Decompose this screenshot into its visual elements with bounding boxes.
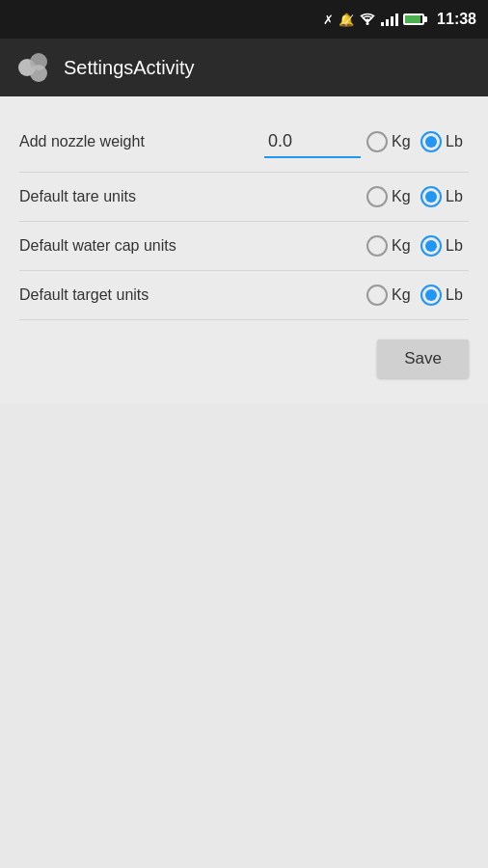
target-unit-group: Kg Lb bbox=[366, 285, 469, 306]
water-cap-kg-wrapper[interactable]: Kg bbox=[366, 235, 415, 257]
nozzle-weight-label: Add nozzle weight bbox=[19, 133, 264, 150]
tare-lb-radio[interactable] bbox=[420, 186, 442, 207]
nozzle-lb-radio[interactable] bbox=[420, 131, 442, 152]
water-cap-lb-label: Lb bbox=[446, 237, 469, 255]
wifi-icon bbox=[359, 12, 376, 28]
bluetooth-icon: ✗ bbox=[323, 13, 334, 27]
tare-kg-wrapper[interactable]: Kg bbox=[366, 186, 415, 207]
water-cap-controls: Kg Lb bbox=[366, 235, 469, 257]
svg-point-3 bbox=[30, 65, 47, 82]
target-kg-radio[interactable] bbox=[366, 285, 388, 306]
mute-icon: 🔔̸ bbox=[339, 13, 354, 27]
water-cap-unit-group: Kg Lb bbox=[366, 235, 469, 257]
app-logo bbox=[15, 50, 50, 85]
nozzle-lb-label: Lb bbox=[446, 133, 469, 150]
water-cap-kg-label: Kg bbox=[392, 237, 415, 255]
tare-lb-label: Lb bbox=[446, 188, 469, 205]
nozzle-kg-label: Kg bbox=[392, 133, 415, 150]
nozzle-weight-row: Add nozzle weight Kg Lb bbox=[19, 112, 469, 173]
nozzle-lb-wrapper[interactable]: Lb bbox=[420, 131, 469, 152]
target-lb-radio[interactable] bbox=[420, 285, 442, 306]
status-bar: ✗ 🔔̸ 11:38 bbox=[0, 0, 488, 39]
water-cap-lb-wrapper[interactable]: Lb bbox=[420, 235, 469, 257]
nozzle-weight-controls: Kg Lb bbox=[264, 125, 469, 158]
settings-content: Add nozzle weight Kg Lb Default tare uni… bbox=[0, 96, 488, 403]
target-lb-wrapper[interactable]: Lb bbox=[420, 285, 469, 306]
target-units-label: Default target units bbox=[19, 286, 366, 304]
svg-point-0 bbox=[366, 22, 369, 25]
nozzle-unit-group: Kg Lb bbox=[366, 131, 469, 152]
nozzle-kg-wrapper[interactable]: Kg bbox=[366, 131, 415, 152]
status-time: 11:38 bbox=[437, 11, 476, 28]
tare-kg-label: Kg bbox=[392, 188, 415, 205]
water-cap-lb-radio[interactable] bbox=[420, 235, 442, 257]
water-cap-kg-radio[interactable] bbox=[366, 235, 388, 257]
target-lb-label: Lb bbox=[446, 286, 469, 304]
water-cap-units-label: Default water cap units bbox=[19, 237, 366, 255]
app-bar: SettingsActivity bbox=[0, 39, 488, 96]
tare-unit-group: Kg Lb bbox=[366, 186, 469, 207]
save-row: Save bbox=[19, 320, 469, 388]
tare-kg-radio[interactable] bbox=[366, 186, 388, 207]
nozzle-weight-input[interactable] bbox=[264, 125, 361, 158]
save-button[interactable]: Save bbox=[377, 339, 469, 378]
tare-units-controls: Kg Lb bbox=[366, 186, 469, 207]
status-icons: ✗ 🔔̸ 11:38 bbox=[323, 11, 476, 28]
tare-lb-wrapper[interactable]: Lb bbox=[420, 186, 469, 207]
nozzle-kg-radio[interactable] bbox=[366, 131, 388, 152]
app-title: SettingsActivity bbox=[64, 57, 195, 79]
tare-units-label: Default tare units bbox=[19, 188, 366, 205]
target-units-controls: Kg Lb bbox=[366, 285, 469, 306]
signal-icon bbox=[381, 13, 398, 26]
target-kg-label: Kg bbox=[392, 286, 415, 304]
water-cap-units-row: Default water cap units Kg Lb bbox=[19, 222, 469, 271]
battery-icon bbox=[403, 14, 424, 25]
tare-units-row: Default tare units Kg Lb bbox=[19, 173, 469, 222]
target-units-row: Default target units Kg Lb bbox=[19, 271, 469, 320]
target-kg-wrapper[interactable]: Kg bbox=[366, 285, 415, 306]
